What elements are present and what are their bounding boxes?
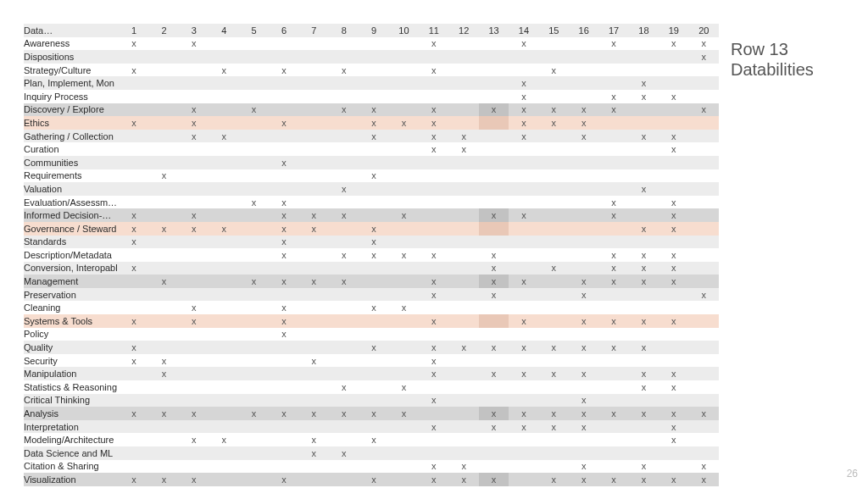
table-row: Ethicsxxxxxxxxx <box>24 116 719 130</box>
cell <box>299 460 329 474</box>
cell <box>449 236 479 249</box>
row-label: Dispositions <box>24 50 119 64</box>
cell: x <box>629 262 659 275</box>
col-header-4: 4 <box>209 24 239 37</box>
cell <box>689 420 720 434</box>
cell <box>239 116 269 130</box>
cell <box>239 64 269 77</box>
cell <box>509 64 538 77</box>
cell <box>689 262 720 275</box>
cell: x <box>629 460 659 474</box>
col-header-8: 8 <box>329 24 359 37</box>
cell <box>598 116 628 130</box>
cell <box>629 196 659 209</box>
cell <box>419 328 448 341</box>
cell <box>209 301 239 314</box>
cell <box>389 169 419 183</box>
cell <box>209 274 239 288</box>
cell: x <box>419 288 448 302</box>
cell <box>629 50 659 64</box>
cell <box>509 196 538 209</box>
cell <box>598 367 628 380</box>
cell <box>179 288 209 302</box>
cell <box>209 169 239 183</box>
cell <box>449 64 479 77</box>
cell <box>389 37 419 51</box>
cell <box>509 262 538 275</box>
cell <box>119 328 148 341</box>
cell <box>239 262 269 275</box>
cell <box>419 169 448 183</box>
cell <box>598 380 628 394</box>
cell: x <box>359 248 388 262</box>
cell: x <box>569 420 598 434</box>
cell <box>419 76 448 90</box>
cell <box>479 354 509 368</box>
cell <box>149 64 179 77</box>
cell <box>329 262 359 275</box>
cell <box>149 394 179 408</box>
cell <box>449 367 479 380</box>
cell <box>419 196 448 209</box>
cell: x <box>569 394 598 408</box>
cell <box>149 433 179 446</box>
cell <box>449 208 479 222</box>
cell: x <box>389 407 419 420</box>
cell: x <box>659 420 688 434</box>
cell: x <box>419 394 448 408</box>
cell <box>299 37 329 51</box>
cell <box>629 301 659 314</box>
cell <box>209 90 239 103</box>
cell: x <box>269 473 298 486</box>
cell: x <box>539 367 569 380</box>
cell <box>689 301 720 314</box>
row-label: Inquiry Process <box>24 90 119 103</box>
cell <box>449 328 479 341</box>
cell <box>389 64 419 77</box>
cell: x <box>569 473 598 486</box>
cell: x <box>119 64 148 77</box>
cell: x <box>419 116 448 130</box>
cell: x <box>299 222 329 236</box>
cell: x <box>479 407 509 420</box>
cell <box>539 394 569 408</box>
cell <box>149 142 179 156</box>
cell <box>659 182 688 196</box>
cell <box>389 446 419 460</box>
cell <box>149 116 179 130</box>
table-row: Securityxxxx <box>24 354 719 368</box>
cell <box>329 341 359 354</box>
cell <box>539 354 569 368</box>
cell <box>629 328 659 341</box>
cell: x <box>419 473 448 486</box>
cell <box>419 236 448 249</box>
cell <box>359 380 388 394</box>
cell <box>299 473 329 486</box>
row-label: Management <box>24 274 119 288</box>
cell <box>689 236 720 249</box>
cell <box>479 142 509 156</box>
row-label: Policy <box>24 328 119 341</box>
cell <box>449 196 479 209</box>
table-row: Analysisxxxxxxxxxxxxxxxxx <box>24 407 719 420</box>
cell: x <box>509 367 538 380</box>
cell: x <box>389 248 419 262</box>
cell <box>359 90 388 103</box>
cell: x <box>659 380 688 394</box>
cell: x <box>659 130 688 143</box>
cell <box>389 196 419 209</box>
cell <box>329 37 359 51</box>
row-label: Modeling/Architecture <box>24 433 119 446</box>
cell: x <box>509 103 538 117</box>
cell <box>179 394 209 408</box>
cell <box>119 274 148 288</box>
cell <box>419 446 448 460</box>
cell: x <box>149 274 179 288</box>
col-header-19: 19 <box>659 24 688 37</box>
row-label: Curation <box>24 142 119 156</box>
cell <box>539 301 569 314</box>
cell <box>209 367 239 380</box>
cell <box>629 288 659 302</box>
cell <box>149 37 179 51</box>
row-label: Ethics <box>24 116 119 130</box>
